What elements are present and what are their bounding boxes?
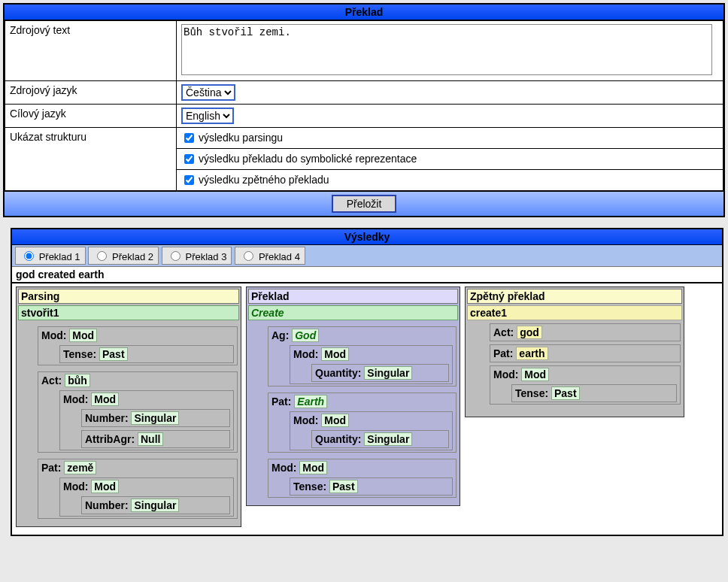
tab-preklad-1[interactable]: Překlad 1 [15, 247, 86, 265]
tab-radio-2[interactable] [97, 251, 107, 261]
source-text-input[interactable] [181, 24, 712, 75]
trans-pat-quantity: Quantity: Singular [311, 430, 449, 448]
parsing-column: Parsing stvořit1 Mod: Mod Tense: Past Ac… [16, 286, 241, 527]
parsing-root: stvořit1 [18, 305, 239, 320]
checkbox-back[interactable] [184, 175, 194, 185]
trans-ag-mod: Mod: Mod Quantity: Singular [290, 345, 453, 384]
tab-preklad-4[interactable]: Překlad 4 [235, 247, 305, 265]
trans-mod-node: Mod: Mod Tense: Past [268, 459, 457, 498]
tab-radio-4[interactable] [244, 251, 253, 261]
back-pat: Pat: earth [490, 344, 681, 362]
parsing-mod-tense: Tense: Past [59, 345, 234, 363]
results-panel: Výsledky Překlad 1 Překlad 2 Překlad 3 P… [11, 228, 723, 536]
parsing-act-attribagr: AttribAgr: Null [81, 430, 230, 448]
checkbox-symbolic[interactable] [184, 154, 194, 164]
parsing-pat-node: Pat: země Mod: Mod Number: Singular [38, 459, 238, 519]
checkbox-symbolic-label: výsledku překladu do symbolické reprezen… [199, 153, 417, 165]
trans-pat-mod: Mod: Mod Quantity: Singular [290, 411, 453, 450]
label-source-text: Zdrojový text [5, 21, 177, 81]
label-target-lang: Cílový jazyk [5, 105, 177, 128]
parsing-mod-node: Mod: Mod Tense: Past [38, 326, 238, 365]
back-tense: Tense: Past [511, 384, 677, 402]
results-tabs: Překlad 1 Překlad 2 Překlad 3 Překlad 4 [12, 245, 722, 267]
target-lang-select[interactable]: English [181, 108, 234, 124]
result-columns: Parsing stvořit1 Mod: Mod Tense: Past Ac… [12, 283, 722, 535]
translation-column: Překlad Create Ag: God Mod: Mod Quantity… [246, 286, 460, 506]
tab-preklad-3[interactable]: Překlad 3 [162, 247, 232, 265]
checkbox-parsing[interactable] [184, 133, 194, 143]
trans-pat-node: Pat: Earth Mod: Mod Quantity: Singular [268, 393, 457, 453]
translation-col-title: Překlad [248, 289, 458, 304]
tab-radio-3[interactable] [171, 251, 180, 261]
translation-root: Create [248, 305, 458, 320]
label-show-structure: Ukázat strukturu [5, 128, 177, 191]
parsing-act-node: Act: bůh Mod: Mod Number: Singular Attri… [38, 371, 238, 453]
label-source-lang: Zdrojový jazyk [5, 81, 177, 105]
parsing-act-number: Number: Singular [81, 409, 230, 427]
translation-form: Zdrojový text Zdrojový jazyk Čeština Cíl… [5, 20, 723, 191]
trans-ag-quantity: Quantity: Singular [311, 364, 449, 382]
back-title: Zpětný překlad [467, 289, 682, 304]
translate-button[interactable]: Přeložit [332, 195, 397, 213]
back-root: create1 [467, 305, 682, 320]
results-title: Výsledky [12, 229, 722, 245]
tab-radio-1[interactable] [24, 251, 34, 261]
back-act: Act: god [490, 323, 681, 341]
trans-ag-node: Ag: God Mod: Mod Quantity: Singular [268, 326, 457, 386]
parsing-pat-number: Number: Singular [81, 496, 230, 514]
result-sentence: god created earth [12, 267, 722, 283]
back-translation-column: Zpětný překlad create1 Act: god Pat: ear… [465, 286, 684, 417]
checkbox-parsing-label: výsledku parsingu [199, 132, 283, 144]
submit-row: Přeložit [5, 191, 723, 216]
parsing-pat-mod: Mod: Mod Number: Singular [59, 477, 234, 517]
source-lang-select[interactable]: Čeština [181, 84, 235, 101]
parsing-act-mod: Mod: Mod Number: Singular AttribAgr: Nul… [59, 390, 234, 450]
translation-title: Překlad [5, 5, 723, 20]
tab-preklad-2[interactable]: Překlad 2 [88, 247, 159, 265]
back-mod-node: Mod: Mod Tense: Past [490, 365, 681, 405]
checkbox-back-label: výsledku zpětného překladu [199, 174, 329, 186]
trans-tense: Tense: Past [290, 477, 453, 496]
translation-panel: Překlad Zdrojový text Zdrojový jazyk Češ… [3, 3, 725, 217]
parsing-title: Parsing [18, 289, 239, 304]
